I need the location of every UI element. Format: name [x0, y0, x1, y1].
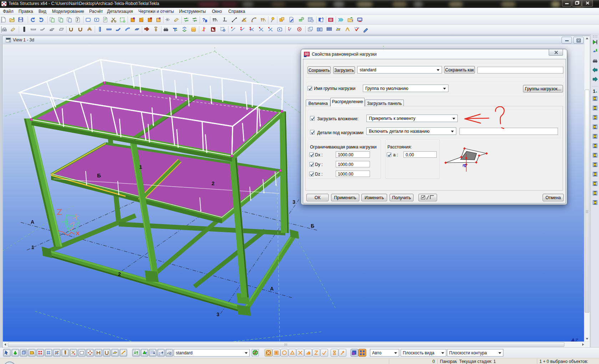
svg-text:Z: Z — [575, 338, 578, 342]
svg-text:3: 3 — [293, 199, 295, 205]
svg-text:А: А — [31, 219, 34, 225]
svg-text:Б: Б — [97, 172, 101, 178]
svg-text:a: a — [460, 164, 467, 167]
svg-text:2: 2 — [212, 180, 214, 186]
svg-text:1: 1 — [593, 89, 595, 94]
svg-text:X: X — [76, 230, 80, 236]
svg-text:1: 1 — [139, 164, 142, 170]
svg-text:?: ? — [202, 17, 205, 22]
svg-text:3: 3 — [217, 312, 219, 317]
svg-text:А: А — [270, 286, 274, 292]
svg-text:Б: Б — [311, 223, 314, 229]
svg-text:1: 1 — [31, 244, 34, 250]
svg-text:2: 2 — [118, 271, 121, 277]
